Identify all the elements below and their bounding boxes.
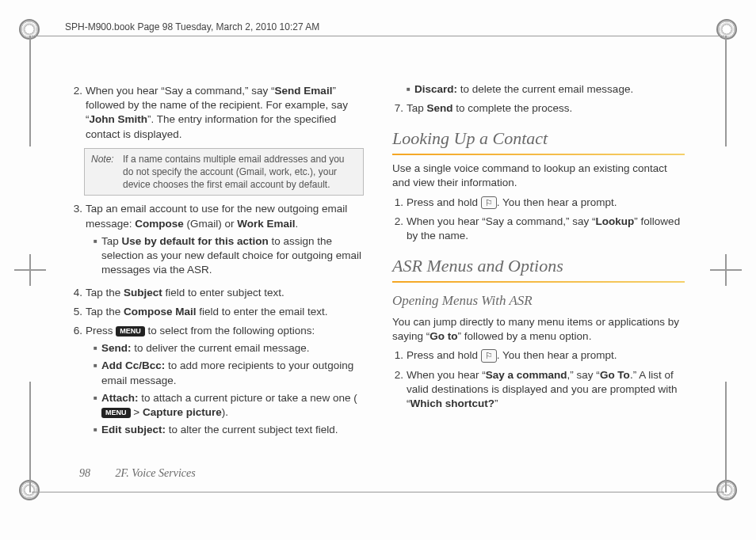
text: to alter the current subject text field.: [166, 424, 338, 435]
square-bullet-icon: ■: [94, 423, 101, 437]
option-label: Use by default for this action: [122, 235, 269, 247]
step-number: 2.: [392, 368, 407, 412]
step-4: 4. Tap the Subject field to enter subjec…: [71, 286, 364, 300]
text: to attach a current picture or take a ne…: [139, 392, 357, 404]
step-6: 6. Press MENU to select from the followi…: [71, 324, 364, 441]
bullet-text: Send: to deliver the current email messa…: [101, 341, 364, 356]
note-label: Note:: [91, 153, 123, 192]
text: Tap: [101, 235, 122, 247]
subheading-opening-menus: Opening Menus With ASR: [392, 292, 685, 310]
option-label: Add Cc/Bcc:: [101, 359, 165, 371]
step-2: 2. When you hear “Say a command,” say “S…: [71, 84, 364, 142]
text: ).: [222, 406, 228, 418]
text: When you hear “Say a command,” say “: [86, 85, 275, 97]
text: to complete the process.: [453, 102, 573, 114]
step-body: Tap Send to complete the process.: [407, 101, 685, 116]
option-cc-bcc: ■ Add Cc/Bcc: to add more recipients to …: [94, 359, 364, 387]
heading-asr-menus: ASR Menus and Options: [392, 254, 685, 278]
bullet-text: Add Cc/Bcc: to add more recipients to yo…: [101, 359, 364, 387]
step-body: Press and hold ⚐. You then hear a prompt…: [407, 348, 685, 363]
command-label: Say a command: [486, 369, 567, 381]
heading-looking-up-contact: Looking Up a Contact: [392, 127, 685, 150]
text: When you hear “: [407, 369, 486, 381]
step-5: 5. Tap the Compose Mail field to enter t…: [71, 305, 364, 319]
sub-bullet: ■ Tap Use by default for this action to …: [94, 234, 364, 278]
section-title: 2F. Voice Services: [116, 467, 196, 479]
option-label: Send:: [101, 342, 132, 354]
step-number: 7.: [392, 101, 407, 116]
field-label: Subject: [124, 287, 162, 299]
voice-key-icon: ⚐: [481, 349, 497, 363]
step-body: Tap the Compose Mail field to enter the …: [86, 305, 364, 319]
option-label: Discard:: [414, 83, 457, 95]
text: ,” say “: [567, 369, 600, 381]
step-number: 5.: [71, 305, 86, 319]
text: .: [296, 218, 299, 230]
option-label: Capture picture: [143, 406, 222, 418]
bullet-text: Discard: to delete the current email mes…: [414, 82, 685, 97]
text: to delete the current email message.: [457, 83, 633, 95]
app-label: Compose: [135, 218, 184, 230]
text: ”: [494, 397, 498, 409]
square-bullet-icon: ■: [94, 359, 101, 387]
open-step-2: 2. When you hear “Say a command,” say “G…: [392, 368, 685, 412]
text: Tap the: [86, 306, 124, 318]
page-footer: 98 2F. Voice Services: [79, 467, 196, 480]
page: SPH-M900.book Page 98 Tuesday, March 2, …: [0, 0, 756, 540]
prompt-label: Which shortcut?: [410, 397, 495, 409]
square-bullet-icon: ■: [94, 234, 101, 278]
text: Press: [86, 325, 116, 337]
crop-line: [725, 36, 727, 146]
text: When you hear “Say a command,” say “: [407, 215, 596, 227]
step-body: Press and hold ⚐. You then hear a prompt…: [407, 196, 685, 210]
step-number: 6.: [71, 324, 86, 441]
text: field to enter the email text.: [197, 306, 328, 318]
field-label: Compose Mail: [124, 306, 197, 318]
command-label: Go to: [430, 330, 457, 342]
bullet-text: Tap Use by default for this action to as…: [101, 234, 364, 278]
text: Tap: [407, 102, 427, 114]
page-number: 98: [79, 467, 90, 479]
lookup-step-2: 2. When you hear “Say a command,” say “L…: [392, 215, 685, 243]
option-send: ■ Send: to deliver the current email mes…: [94, 341, 364, 356]
open-step-1: 1. Press and hold ⚐. You then hear a pro…: [392, 348, 685, 363]
text: . You then hear a prompt.: [497, 349, 617, 361]
menu-button-icon: MENU: [101, 408, 131, 418]
text: . You then hear a prompt.: [497, 196, 617, 208]
step-body: Tap the Subject field to enter subject t…: [86, 286, 364, 300]
crop-line-bottom: [32, 492, 724, 492]
text: Press and hold: [407, 349, 481, 361]
step-number: 4.: [71, 286, 86, 300]
bullet-text: Edit subject: to alter the current subje…: [101, 423, 364, 437]
step-number: 2.: [392, 215, 407, 243]
crop-line-top: [32, 36, 724, 36]
step-3: 3. Tap an email account to use for the n…: [71, 202, 364, 280]
command-label: Send Email: [275, 85, 333, 97]
crop-line: [725, 382, 727, 492]
command-label: Go To: [600, 369, 630, 381]
square-bullet-icon: ■: [94, 391, 101, 420]
running-header: SPH-M900.book Page 98 Tuesday, March 2, …: [65, 21, 319, 32]
option-discard: ■ Discard: to delete the current email m…: [407, 82, 685, 97]
square-bullet-icon: ■: [94, 341, 101, 356]
note-box: Note: If a name contains multiple email …: [84, 148, 364, 196]
step-7: 7. Tap Send to complete the process.: [392, 101, 685, 116]
note-text: If a name contains multiple email addres…: [123, 153, 357, 192]
square-bullet-icon: ■: [407, 82, 414, 97]
text: field to enter subject text.: [162, 287, 284, 299]
step-body: Tap an email account to use for the new …: [86, 202, 364, 280]
menu-button-icon: MENU: [116, 326, 145, 337]
open-menus-intro: You can jump directly to many menu items…: [392, 315, 685, 344]
content-area: 2. When you hear “Say a command,” say “S…: [71, 79, 685, 453]
step-number: 2.: [71, 84, 86, 142]
step-body: When you hear “Say a command,” say “Send…: [86, 84, 364, 142]
registration-mark-br: [716, 480, 737, 500]
option-label: Edit subject:: [101, 424, 166, 435]
column-right: ■ Discard: to delete the current email m…: [392, 79, 685, 453]
example-name: John Smith: [90, 113, 148, 125]
lookup-step-1: 1. Press and hold ⚐. You then hear a pro…: [392, 196, 685, 210]
heading-rule: [392, 154, 685, 155]
bullet-text: Attach: to attach a current picture or t…: [101, 391, 364, 420]
option-attach: ■ Attach: to attach a current picture or…: [94, 391, 364, 420]
lookup-intro: Use a single voice command to lookup an …: [392, 162, 685, 190]
